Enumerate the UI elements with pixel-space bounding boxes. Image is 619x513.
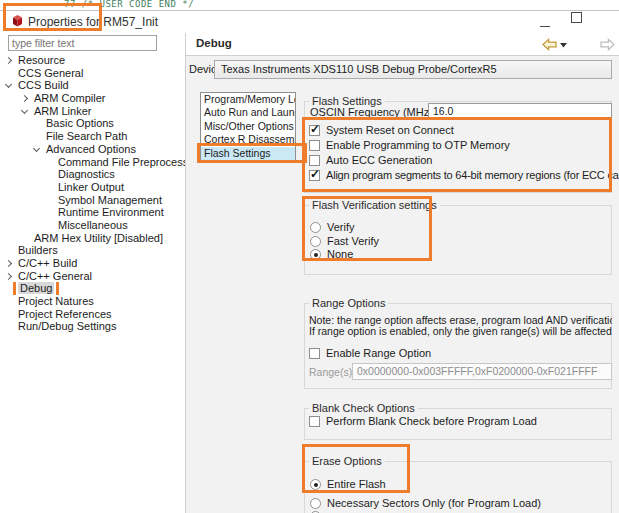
tree-item-miscellaneous[interactable]: Miscellaneous — [0, 219, 185, 232]
background-editor-strip: 77 /* USER CODE END */ — [0, 0, 619, 10]
tree-item-cpp-general[interactable]: C/C++ General — [0, 270, 185, 283]
properties-sidebar: Resource CCS General CCS Build ARM Compi… — [0, 33, 185, 513]
ranges-input: 0x0000000-0x003FFFFF,0xF0200000-0xF021FF… — [352, 363, 612, 380]
minimize-button[interactable] — [539, 21, 551, 33]
checkbox-checked-icon[interactable] — [309, 125, 320, 136]
maximize-button[interactable] — [571, 12, 582, 23]
radio-fast-verify[interactable]: Fast Verify — [310, 235, 460, 249]
ranges-label: Range(s): — [309, 366, 355, 378]
tab-misc-other-options[interactable]: Misc/Other Options — [201, 120, 295, 133]
checkbox-unchecked-icon[interactable] — [309, 140, 320, 151]
dialog-titlebar[interactable]: Properties for RM57_Init — [0, 11, 619, 33]
page-title: Debug — [196, 37, 232, 49]
radio-unselected-icon[interactable] — [310, 498, 321, 509]
tree-item-project-references[interactable]: Project References — [0, 308, 185, 321]
debug-tab-list: Program/Memory Load Auto Run and Launch … — [200, 92, 296, 162]
erase-options-group-label: Erase Options — [309, 455, 385, 468]
tab-program-memory-load[interactable]: Program/Memory Load — [201, 93, 295, 106]
page-header: Debug — [186, 33, 619, 55]
flash-verification-group-label: Flash Verification settings — [309, 199, 440, 212]
radio-entire-flash[interactable]: Entire Flash — [310, 478, 510, 492]
radio-necessary-sectors[interactable]: Necessary Sectors Only (for Program Load… — [310, 497, 590, 511]
tree-item-ccs-build[interactable]: CCS Build — [0, 79, 185, 92]
forward-icon[interactable] — [599, 38, 616, 51]
radio-selected-icon[interactable] — [310, 479, 321, 490]
tree-item-arm-hex-utility[interactable]: ARM Hex Utility [Disabled] — [0, 232, 185, 245]
tree-item-diagnostics[interactable]: Diagnostics — [0, 168, 185, 181]
tree-item-arm-compiler[interactable]: ARM Compiler — [0, 92, 185, 105]
checkbox-blank-check[interactable]: Perform Blank Check before Program Load — [309, 415, 589, 429]
blank-check-group-label: Blank Check Options — [309, 402, 418, 415]
properties-tree: Resource CCS General CCS Build ARM Compi… — [0, 54, 185, 513]
tab-flash-settings[interactable]: Flash Settings — [201, 147, 295, 160]
checkbox-enable-range[interactable]: Enable Range Option — [309, 347, 509, 361]
tree-item-builders[interactable]: Builders — [0, 244, 185, 257]
checkbox-unchecked-icon[interactable] — [309, 348, 320, 359]
back-dropdown-icon[interactable] — [560, 43, 567, 48]
tree-item-run-debug-settings[interactable]: Run/Debug Settings — [0, 320, 185, 333]
checkbox-unchecked-icon[interactable] — [309, 155, 320, 166]
device-combo[interactable]: Texas Instruments XDS110 USB Debug Probe… — [214, 60, 612, 79]
filter-input[interactable] — [8, 35, 157, 51]
back-icon[interactable] — [541, 38, 558, 51]
tree-item-linker-output[interactable]: Linker Output — [0, 181, 185, 194]
range-options-group-label: Range Options — [309, 297, 388, 310]
range-note-line2: If range option is enabled, only the giv… — [309, 325, 612, 337]
window-title: Properties for RM57_Init — [28, 15, 158, 29]
tree-item-basic-options[interactable]: Basic Options — [0, 117, 185, 130]
radio-verify[interactable]: Verify — [310, 221, 460, 235]
radio-selected-icon[interactable] — [310, 249, 321, 260]
tree-item-command-file-preprocessing[interactable]: Command File Preprocessin — [0, 156, 185, 169]
checkbox-unchecked-icon[interactable] — [309, 416, 320, 427]
tab-auto-run-launch[interactable]: Auto Run and Launch O — [201, 106, 295, 119]
tree-item-ccs-general[interactable]: CCS General — [0, 67, 185, 80]
tree-item-cpp-build[interactable]: C/C++ Build — [0, 257, 185, 270]
checkbox-align-segments[interactable]: Align program segments to 64-bit memory … — [309, 169, 614, 183]
checkbox-auto-ecc[interactable]: Auto ECC Generation — [309, 154, 609, 168]
tree-item-project-natures[interactable]: Project Natures — [0, 295, 185, 308]
editor-code-line: 77 /* USER CODE END */ — [64, 0, 194, 9]
tree-item-file-search-path[interactable]: File Search Path — [0, 130, 185, 143]
tree-item-debug[interactable]: Debug — [0, 282, 185, 295]
radio-unselected-icon[interactable] — [310, 236, 321, 247]
checkbox-otp-programming[interactable]: Enable Programming to OTP Memory — [309, 139, 609, 153]
radio-unselected-icon[interactable] — [310, 222, 321, 233]
tree-item-resource[interactable]: Resource — [0, 54, 185, 67]
tree-item-advanced-options[interactable]: Advanced Options — [0, 143, 185, 156]
tree-item-arm-linker[interactable]: ARM Linker — [0, 105, 185, 118]
minimize-icon — [540, 26, 550, 27]
checkbox-checked-icon[interactable] — [309, 170, 320, 181]
radio-none[interactable]: None — [310, 248, 460, 262]
tree-item-runtime-environment[interactable]: Runtime Environment — [0, 206, 185, 219]
oscin-frequency-input[interactable]: 16.0 — [428, 103, 612, 120]
tree-item-symbol-management[interactable]: Symbol Management — [0, 194, 185, 207]
properties-icon — [11, 14, 24, 27]
checkbox-system-reset[interactable]: System Reset on Connect — [309, 124, 609, 138]
tab-cortex-r-disassembly[interactable]: Cortex R Disassembly Sty — [201, 133, 295, 146]
